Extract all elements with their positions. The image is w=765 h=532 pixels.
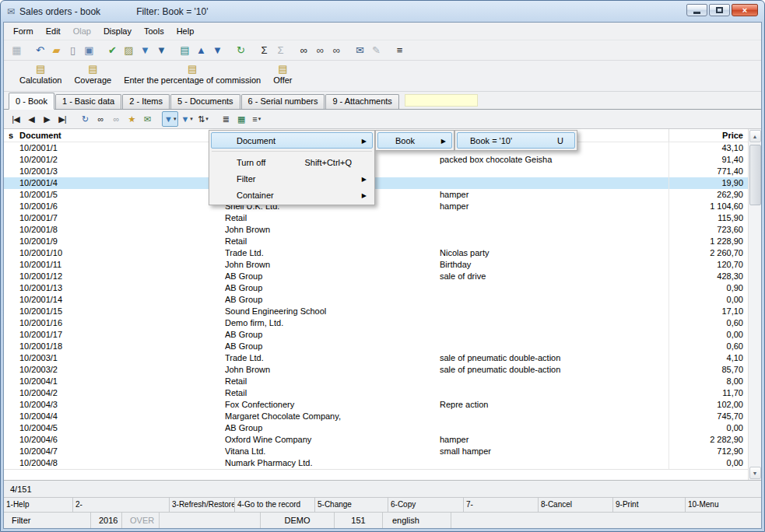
filter-edit-button[interactable]: ▼▾ (178, 111, 195, 127)
table-row[interactable]: 10/2001/17AB Group0,00 (4, 329, 748, 341)
tab-1-basic-data[interactable]: 1 - Basic data (55, 94, 121, 109)
calculation-button[interactable]: ▤Calculation (15, 62, 66, 86)
menu-olap[interactable]: Olap (67, 24, 97, 38)
tab-2-items[interactable]: 2 - Items (122, 94, 170, 109)
fkey-10[interactable]: 10-Menu (686, 498, 761, 512)
fkey-9[interactable]: 9-Print (613, 498, 686, 512)
books-button[interactable]: ▤ (177, 42, 193, 58)
table-row[interactable]: 10/2001/8John Brown723,60 (4, 224, 748, 236)
numbering-button[interactable]: ≣ (218, 111, 233, 127)
menu-help[interactable]: Help (170, 24, 201, 38)
menu-tools[interactable]: Tools (138, 24, 170, 38)
tab-9-attachments[interactable]: 9 - Attachments (325, 94, 398, 109)
table-row[interactable]: 10/2001/18AB Group0,60 (4, 341, 748, 352)
menu-item-book-10[interactable]: Book = '10' U (457, 132, 575, 149)
find-button[interactable]: ∞ (296, 42, 312, 58)
column-header-price[interactable]: Price (668, 129, 748, 142)
menu-item-filter[interactable]: Filter▶ (211, 170, 373, 187)
table-row[interactable]: 10/2004/8Numark Pharmacy Ltd.0,00 (4, 457, 748, 469)
stamp-button[interactable]: ▨ (121, 42, 137, 58)
table-row[interactable]: 10/2004/7Vitana Ltd.small hamper712,90 (4, 446, 748, 457)
menu-display[interactable]: Display (97, 24, 138, 38)
table-row[interactable]: 10/2001/419,90 (4, 177, 748, 189)
table-row[interactable]: 10/2001/3771,40 (4, 166, 748, 177)
vertical-scrollbar[interactable]: ▲ ▼ (748, 129, 761, 480)
table-row[interactable]: 10/2004/5AB Group0,00 (4, 422, 748, 434)
table-row[interactable]: 10/2001/2packed box chocolate Geisha91,4… (4, 154, 748, 166)
restore-button[interactable] (709, 4, 730, 16)
coverage-button[interactable]: ▤Coverage (69, 62, 116, 86)
table-row[interactable]: 10/2001/13AB Group0,90 (4, 282, 748, 294)
tab-5-documents[interactable]: 5 - Documents (170, 94, 240, 109)
menu-item-container[interactable]: Container▶ (211, 187, 373, 203)
column-header-status[interactable]: s (4, 129, 18, 142)
table-row[interactable]: 10/2001/5hamper262,90 (4, 189, 748, 201)
fkey-6[interactable]: 6-Copy (388, 498, 464, 512)
fkey-2[interactable]: 2- (73, 498, 170, 512)
sum-disabled-button[interactable]: Σ (272, 42, 289, 58)
filter-menu-button[interactable]: ▼▾ (162, 111, 178, 127)
table-row[interactable]: 10/2004/3Fox ConfectioneryRepre action10… (4, 399, 748, 411)
scroll-thumb[interactable] (749, 145, 761, 205)
table-row[interactable]: 10/2001/12AB Groupsale of drive428,30 (4, 271, 748, 282)
filter-button[interactable]: ▼ (137, 42, 153, 58)
scroll-up-icon[interactable]: ▲ (749, 130, 761, 142)
view-menu-button[interactable]: ≡▾ (249, 111, 265, 127)
sort-button[interactable]: ⇅▾ (195, 111, 211, 127)
last-record-button[interactable]: ▶| (54, 111, 70, 127)
move-up-button[interactable]: ▲ (193, 42, 209, 58)
table-row[interactable]: 10/2001/11John BrownBirthday120,70 (4, 259, 748, 271)
refresh-button[interactable]: ↻ (233, 42, 249, 58)
search-button[interactable]: ∞ (93, 111, 108, 127)
sum-button[interactable]: Σ (256, 42, 272, 58)
find-related-button[interactable]: ∞ (328, 42, 345, 58)
new-document-button[interactable]: ▯ (65, 42, 81, 58)
protect-button[interactable]: ✔ (104, 42, 121, 58)
save-button[interactable]: ▦ (9, 42, 25, 58)
send-record-button[interactable]: ✉ (139, 111, 155, 127)
copy-button[interactable]: ▣ (81, 42, 97, 58)
table-row[interactable]: 10/2001/6Shell U.K. Ltd.hamper1 104,60 (4, 201, 748, 212)
mail-button[interactable]: ✉ (352, 42, 368, 58)
fkey-4[interactable]: 4-Go to the record (235, 498, 315, 512)
table-row[interactable]: 10/2001/14AB Group0,00 (4, 294, 748, 306)
bookmark-button[interactable]: ★ (124, 111, 139, 127)
fkey-5[interactable]: 5-Change (315, 498, 388, 512)
search-next-button[interactable]: ∞ (108, 111, 124, 127)
filter-indicator-box[interactable] (405, 94, 478, 107)
edit-button[interactable]: ✎ (368, 42, 384, 58)
close-button[interactable]: × (732, 4, 758, 16)
table-row[interactable]: 10/2003/2John Brownsale of pneumatic dou… (4, 364, 748, 376)
find-next-button[interactable]: ∞ (312, 42, 328, 58)
refresh-record-button[interactable]: ↻ (77, 111, 93, 127)
table-row[interactable]: 10/2003/1Trade Ltd.sale of pneumatic dou… (4, 352, 748, 364)
table-row[interactable]: 10/2004/6Oxford Wine Companyhamper2 282,… (4, 434, 748, 446)
next-record-button[interactable]: ▶ (39, 111, 54, 127)
table-row[interactable]: 10/2001/9Retail1 228,90 (4, 236, 748, 247)
table-row[interactable]: 10/2001/15Sound Engineering School17,10 (4, 306, 748, 317)
offer-button[interactable]: ▤Offer (268, 62, 297, 86)
export-excel-button[interactable]: ▦ (233, 111, 249, 127)
enter-the-percentage-of-commission-button[interactable]: ▤Enter the percentage of commission (119, 62, 265, 86)
table-row[interactable]: 10/2004/4Margaret Chocolate Company,745,… (4, 411, 748, 422)
menu-edit[interactable]: Edit (40, 24, 67, 38)
tab-6-serial-numbers[interactable]: 6 - Serial numbers (241, 94, 325, 109)
table-row[interactable]: 10/2004/2Retail11,70 (4, 387, 748, 399)
prev-record-button[interactable]: ◀ (23, 111, 39, 127)
move-down-button[interactable]: ▼ (209, 42, 226, 58)
open-button[interactable]: ▰ (48, 42, 65, 58)
table-row[interactable]: 10/2004/1Retail8,00 (4, 376, 748, 387)
fkey-1[interactable]: 1-Help (4, 498, 73, 512)
menu-item-document[interactable]: Document▶ (211, 132, 373, 149)
undo-button[interactable]: ↶ (32, 42, 48, 58)
tab-0-book[interactable]: 0 - Book (9, 93, 54, 110)
table-row[interactable]: 10/2001/16Demo firm, Ltd.0,60 (4, 317, 748, 329)
fkey-8[interactable]: 8-Cancel (539, 498, 613, 512)
fkey-7[interactable]: 7- (464, 498, 539, 512)
table-row[interactable]: 10/2001/10Trade Ltd.Nicolas party2 260,7… (4, 247, 748, 259)
table-row[interactable]: 10/2001/7Retail115,90 (4, 212, 748, 224)
quick-filter-button[interactable]: ▼ (153, 42, 170, 58)
menu-item-turn-off[interactable]: Turn offShift+Ctrl+Q (211, 154, 373, 170)
fkey-3[interactable]: 3-Refresh/Restore (170, 498, 235, 512)
minimize-button[interactable] (686, 4, 707, 16)
